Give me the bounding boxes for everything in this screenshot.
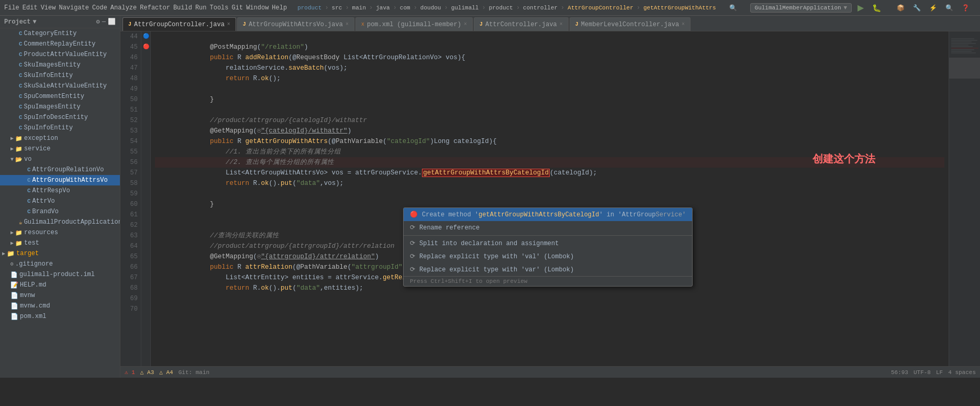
sidebar-item-gulimall-app[interactable]: ☕ GulimallProductApplication	[0, 217, 120, 227]
sidebar-settings-icon[interactable]: ⚙	[96, 18, 100, 26]
breadcrumb-product[interactable]: product	[297, 5, 321, 11]
sidebar-item-attr-resp[interactable]: C AttrRespVo	[0, 185, 120, 196]
sidebar-item-attr-group-relation[interactable]: C AttrGroupRelationVo	[0, 164, 120, 175]
breadcrumb-main[interactable]: main	[352, 5, 366, 11]
class-icon: C	[27, 198, 31, 204]
expand-icon: ▶	[10, 135, 14, 141]
search-everywhere-btn[interactable]: 🔍	[727, 3, 740, 13]
toolbar-btn-4[interactable]: 🔍	[943, 3, 956, 13]
class-icon: C	[19, 30, 23, 37]
run-config-label: GulimallMemberApplication	[755, 5, 841, 11]
menu-help[interactable]: Help	[272, 4, 287, 12]
sidebar-minimize-icon[interactable]: ⬜	[108, 18, 116, 26]
menu-refactor[interactable]: Refactor	[140, 4, 170, 12]
tab-close-icon[interactable]: ×	[227, 21, 230, 27]
tab-close-icon[interactable]: ×	[464, 21, 467, 27]
md-icon: 📝	[10, 281, 18, 289]
menu-navigate[interactable]: Navigate	[59, 4, 89, 12]
run-config-selector[interactable]: GulimallMemberApplication ▼	[750, 3, 852, 13]
run-button[interactable]: ▶	[855, 2, 866, 14]
class-icon: C	[19, 41, 23, 47]
sidebar-item-iml[interactable]: 📄 gulimall-product.iml	[0, 269, 120, 280]
menu-item-replace-var[interactable]: ⟳ Replace explicit type with 'var' (Lomb…	[404, 263, 692, 276]
toolbar-btn-2[interactable]: 🔧	[910, 3, 923, 13]
menu-edit[interactable]: Edit	[23, 4, 38, 12]
breadcrumb-method[interactable]: getAttrGroupWithAttrs	[643, 5, 716, 11]
sidebar-item-spu-info-desc[interactable]: C SpuInfoDescEntity	[0, 112, 120, 123]
sidebar-item-sku-sale[interactable]: C SkuSaleAttrValueEntity	[0, 81, 120, 91]
breadcrumb-file[interactable]: AttrGroupController	[567, 5, 633, 11]
menu-git[interactable]: Git	[232, 4, 243, 12]
sidebar-item-spu-comment[interactable]: C SpuCommentEntity	[0, 91, 120, 102]
sidebar-item-comment-replay[interactable]: C CommentReplayEntity	[0, 39, 120, 49]
sidebar-item-resources[interactable]: ▶ 📁 resources	[0, 227, 120, 238]
minimap[interactable]	[949, 31, 980, 366]
menu-window[interactable]: Window	[246, 4, 269, 12]
sidebar-item-pom[interactable]: 📄 pom.xml	[0, 311, 120, 322]
tab-close-icon[interactable]: ×	[682, 21, 685, 27]
sidebar-item-help[interactable]: 📝 HELP.md	[0, 280, 120, 290]
sidebar-item-service[interactable]: ▶ 📁 service	[0, 144, 120, 154]
menu-file[interactable]: File	[4, 4, 19, 12]
breadcrumb-gulimall[interactable]: gulimall	[451, 5, 479, 11]
tab-close-icon[interactable]: ×	[560, 21, 563, 27]
sidebar-close-icon[interactable]: —	[102, 18, 106, 26]
tabbar: J AttrGroupController.java × J AttrGroup…	[120, 16, 980, 31]
sidebar-item-sku-info[interactable]: C SkuInfoEntity	[0, 70, 120, 81]
breadcrumb-src[interactable]: src	[332, 5, 342, 11]
sidebar-item-mvnw-cmd[interactable]: 📄 mvnw.cmd	[0, 301, 120, 311]
breadcrumb-controller[interactable]: controller	[523, 5, 558, 11]
sidebar-item-gitignore[interactable]: ⚙ .gitignore	[0, 259, 120, 269]
tab-memberlevel-controller[interactable]: J MemberLevelController.java ×	[570, 17, 691, 31]
tab-pom-member[interactable]: x pom.xml (gulimall-member) ×	[355, 17, 473, 31]
sidebar-item-attr-group-with-attrs[interactable]: C AttrGroupWithAttrsVo	[0, 175, 120, 185]
tab-label: AttrGroupWithAttrsVo.java	[249, 21, 343, 28]
toolbar-btn-3[interactable]: ⚡	[927, 3, 940, 13]
menu-item-replace-val[interactable]: ⟳ Replace explicit type with 'val' (Lomb…	[404, 250, 692, 263]
status-linesep: LF	[936, 369, 943, 376]
sidebar-item-vo[interactable]: ▼ 📂 vo	[0, 154, 120, 164]
tab-close-icon[interactable]: ×	[346, 21, 349, 27]
sidebar-item-mvnw[interactable]: 📄 mvnw	[0, 290, 120, 301]
sidebar-item-sku-images[interactable]: C SkuImagesEntity	[0, 60, 120, 70]
menu-tools[interactable]: Tools	[210, 4, 229, 12]
tab-attrgroup-controller[interactable]: J AttrGroupController.java ×	[122, 17, 236, 31]
menu-view[interactable]: View	[41, 4, 56, 12]
dropdown-icon[interactable]: ▼	[32, 18, 36, 26]
toolbar-btn-5[interactable]: ❓	[959, 3, 972, 13]
sidebar-item-category-entity[interactable]: C CategoryEntity	[0, 28, 120, 39]
menu-item-rename-ref[interactable]: ⟳ Rename reference	[404, 221, 692, 234]
editor-area[interactable]: 4445464748 4950515253 5455565758 5960616…	[120, 31, 980, 366]
sidebar-item-target[interactable]: ▶ 📁 target	[0, 248, 120, 259]
status-encoding: UTF-8	[914, 369, 931, 376]
menu-code[interactable]: Code	[92, 4, 107, 12]
sidebar-item-spu-info[interactable]: C SpuInfoEntity	[0, 123, 120, 133]
toolbar-btn-1[interactable]: 📦	[894, 3, 907, 13]
menu-analyze[interactable]: Analyze	[110, 4, 137, 12]
java-icon: J	[243, 21, 246, 27]
sidebar-item-exception[interactable]: ▶ 📁 exception	[0, 133, 120, 144]
tab-attr-controller[interactable]: J AttrController.java ×	[474, 17, 569, 31]
class-icon: C	[19, 114, 23, 120]
breadcrumb-java[interactable]: java	[376, 5, 389, 11]
minimap-viewport	[949, 58, 980, 79]
class-icon: C	[27, 177, 31, 183]
menu-item-split-decl[interactable]: ⟳ Split into declaration and assignment	[404, 237, 692, 250]
sidebar-item-product-attr-value[interactable]: C ProductAttrValueEntity	[0, 49, 120, 60]
tab-attrgroup-withattrs[interactable]: J AttrGroupWithAttrsVo.java ×	[237, 17, 354, 31]
menu-build[interactable]: Build	[173, 4, 192, 12]
code-content[interactable]: @PostMapping("/relation") public R addRe…	[151, 31, 949, 366]
menu-create-label: Create method 'getAttrGroupWithAttrsByCa…	[422, 211, 686, 218]
sidebar-item-spu-images[interactable]: C SpuImagesEntity	[0, 102, 120, 112]
sidebar-item-attr-vo[interactable]: C AttrVo	[0, 196, 120, 206]
sidebar-item-test[interactable]: ▶ 📁 test	[0, 238, 120, 248]
sidebar-item-brand-vo[interactable]: C BrandVo	[0, 206, 120, 217]
breadcrumb-com[interactable]: com	[400, 5, 410, 11]
menu-item-create-method[interactable]: 🔴 Create method 'getAttrGroupWithAttrsBy…	[404, 208, 692, 221]
breadcrumb-product2[interactable]: product	[489, 5, 513, 11]
debug-button[interactable]: 🐛	[870, 3, 884, 13]
menu-run[interactable]: Run	[195, 4, 207, 12]
split-icon: ⟳	[410, 239, 415, 247]
folder-icon: 📁	[7, 250, 15, 258]
breadcrumb-doudou[interactable]: doudou	[420, 5, 441, 11]
